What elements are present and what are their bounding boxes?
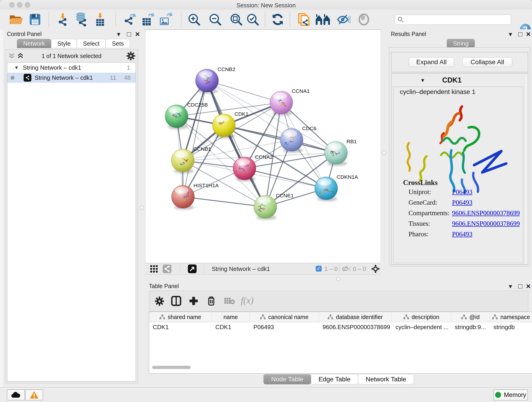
show-columns-icon[interactable]: [171, 296, 181, 306]
table-options-gear-icon[interactable]: [155, 296, 164, 306]
tab-node-table[interactable]: Node Table: [264, 374, 311, 384]
panel-close-icon[interactable]: ×: [526, 31, 531, 37]
show-graphics-details-icon[interactable]: [358, 12, 370, 27]
expand-all-button[interactable]: Expand All: [409, 57, 454, 67]
zoom-out-icon[interactable]: [209, 12, 222, 27]
right-splitter-handle[interactable]: [382, 151, 386, 155]
network-node-cdc6[interactable]: [280, 128, 303, 153]
tab-select[interactable]: Select: [77, 39, 106, 48]
tab-network[interactable]: Network: [17, 39, 51, 48]
column-header[interactable]: description: [392, 312, 451, 322]
import-network-from-database-icon[interactable]: [74, 12, 89, 27]
network-edge[interactable]: [183, 81, 207, 197]
node-label-ccna1: CCNA1: [292, 88, 310, 94]
network-node-ccna1[interactable]: [270, 91, 293, 115]
refresh-icon[interactable]: [271, 12, 284, 27]
network-node-ccnb1[interactable]: [171, 149, 194, 173]
string-network-icon: [24, 74, 32, 82]
network-edge[interactable]: [207, 81, 281, 103]
results-scrollbar[interactable]: [524, 74, 528, 264]
add-column-icon[interactable]: [189, 296, 198, 306]
open-session-icon[interactable]: [9, 12, 23, 27]
birds-eye-view-icon[interactable]: [371, 264, 380, 273]
delete-column-trash-icon[interactable]: [207, 296, 215, 306]
tab-style[interactable]: Style: [51, 39, 77, 48]
panel-close-icon[interactable]: ×: [526, 283, 531, 289]
tab-network-table[interactable]: Network Table: [358, 374, 414, 384]
column-header[interactable]: shared name: [149, 312, 212, 322]
panel-float-icon[interactable]: □: [518, 30, 522, 38]
network-row-selected[interactable]: String Network – cdk1 11 48: [7, 73, 136, 83]
zoom-selected-icon[interactable]: [246, 12, 259, 27]
node-table[interactable]: shared name name canonical name database…: [149, 312, 532, 374]
zoom-fit-content-icon[interactable]: [230, 12, 243, 27]
crosslink-tissues-link[interactable]: 9606.ENSP00000378699: [452, 220, 520, 227]
bottom-splitter-handle[interactable]: [336, 277, 340, 281]
gene-collapse-caret-icon[interactable]: ▼: [420, 77, 425, 83]
delete-table-icon[interactable]: [224, 297, 235, 305]
import-network-from-file-icon[interactable]: [56, 12, 69, 27]
scrollbar-thumb[interactable]: [152, 366, 191, 369]
collapse-all-button[interactable]: Collapse All: [462, 57, 512, 67]
column-header[interactable]: name: [212, 312, 250, 322]
network-node-ccna2[interactable]: [233, 157, 256, 182]
string-houses-icon[interactable]: [315, 12, 330, 27]
network-edge[interactable]: [224, 125, 336, 153]
string-network-graph[interactable]: CCNB2CCNA1CDC25BCDK1CDC6RB1CCNB1CCNA2CDK…: [146, 30, 380, 263]
export-table-icon[interactable]: [141, 12, 154, 27]
panel-menu-caret-icon[interactable]: ▼: [116, 31, 121, 38]
export-image-icon[interactable]: [158, 12, 172, 27]
network-node-ccne1[interactable]: [254, 196, 277, 220]
column-header[interactable]: database identifier: [319, 312, 392, 322]
memory-button[interactable]: Memory: [494, 389, 528, 400]
import-table-from-file-icon[interactable]: [94, 12, 106, 27]
crosslink-compartments-link[interactable]: 9606.ENSP00000378699: [452, 209, 520, 217]
panel-float-icon[interactable]: □: [518, 282, 522, 290]
network-node-cdc25b[interactable]: [165, 105, 188, 129]
table-horizontal-scrollbar[interactable]: [152, 366, 528, 370]
table-row[interactable]: CDK1 CDK1 P06493 9606.ENSP00000378699 cy…: [149, 322, 532, 332]
panel-close-icon[interactable]: ×: [135, 31, 140, 37]
grid-view-icon[interactable]: [150, 264, 158, 274]
hide-unhide-icon[interactable]: [337, 12, 351, 27]
tab-edge-table[interactable]: Edge Table: [311, 374, 358, 384]
crosslink-genecard-link[interactable]: P06493: [452, 199, 472, 206]
save-session-icon[interactable]: [29, 12, 41, 27]
tab-sets[interactable]: Sets: [106, 39, 130, 48]
export-network-icon[interactable]: [123, 12, 137, 27]
network-share-view-icon[interactable]: [163, 264, 171, 274]
function-builder-icon[interactable]: f(x): [241, 295, 254, 306]
tree-caret-icon[interactable]: ▼: [14, 65, 19, 70]
selected-nodes-checkbox-icon[interactable]: ✓: [316, 266, 322, 272]
left-splitter[interactable]: [142, 29, 145, 281]
right-splitter[interactable]: [381, 29, 387, 281]
hidden-eye-icon[interactable]: [342, 266, 351, 272]
column-header[interactable]: canonical name: [250, 312, 319, 322]
warnings-button[interactable]: [25, 389, 43, 400]
crosslink-uniprot-link[interactable]: P06493: [452, 188, 472, 196]
column-header[interactable]: namespace: [490, 312, 532, 322]
network-node-cdk1[interactable]: [212, 114, 235, 138]
network-canvas[interactable]: CCNB2CCNA1CDC25BCDK1CDC6RB1CCNB1CCNA2CDK…: [145, 30, 381, 263]
panel-menu-caret-icon[interactable]: ▼: [508, 31, 513, 38]
network-node-hist1h1a[interactable]: [172, 185, 195, 210]
collection-count: 1: [127, 64, 130, 71]
search-box[interactable]: [395, 15, 511, 25]
network-options-gear-icon[interactable]: [126, 51, 135, 61]
crosslink-pharos-link[interactable]: P06493: [452, 230, 472, 238]
network-node-rb1[interactable]: [324, 141, 347, 166]
cloud-button[interactable]: [7, 389, 25, 400]
column-header[interactable]: @id: [451, 312, 490, 322]
status-bar: Memory: [0, 387, 532, 402]
left-splitter-handle[interactable]: [140, 206, 144, 210]
network-collection-row[interactable]: ▼ String Network – cdk1 1: [7, 63, 136, 73]
open-in-window-icon[interactable]: [188, 264, 196, 274]
network-node-cdkn1a[interactable]: [315, 177, 338, 201]
zoom-in-icon[interactable]: [187, 12, 201, 27]
panel-float-icon[interactable]: □: [127, 30, 131, 38]
network-edge[interactable]: [183, 197, 265, 207]
search-input[interactable]: [404, 16, 504, 23]
clone-network-icon[interactable]: [297, 12, 311, 27]
panel-menu-caret-icon[interactable]: ▼: [508, 283, 513, 290]
tab-string[interactable]: String: [447, 39, 475, 48]
